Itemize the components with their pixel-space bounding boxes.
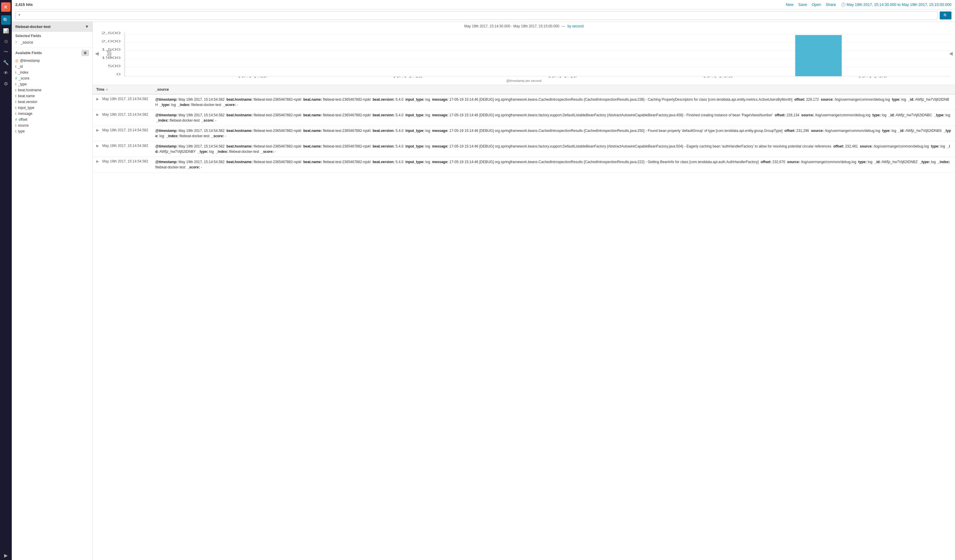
time-value: May 19th 2017, 15:14:54.582 — [102, 97, 148, 101]
fields-gear-button[interactable]: ⚙ — [81, 50, 89, 56]
source-val: log — [426, 144, 430, 149]
table-row: ▶ May 19th 2017, 15:14:54.582 @timestamp… — [93, 141, 955, 157]
source-key: beat.version: — [373, 129, 395, 133]
avail-field-input-type[interactable]: t input_type — [15, 105, 89, 111]
avail-field-offset[interactable]: # offset — [15, 117, 89, 122]
app-logo[interactable]: K — [1, 2, 11, 12]
top-actions: New Save Open Share 🕐 May 19th 2017, 15:… — [786, 2, 952, 7]
expand-button[interactable]: ▶ — [96, 113, 99, 117]
source-key: @timestamp: — [155, 144, 177, 149]
avail-field-beat-name[interactable]: t beat.name — [15, 93, 89, 99]
source-key: beat.version: — [373, 144, 395, 149]
col-time-header[interactable]: Time ▼ — [93, 85, 152, 94]
field-label: _id — [18, 64, 23, 69]
field-type-t-icon: t — [15, 124, 16, 127]
expand-button[interactable]: ▶ — [96, 97, 99, 101]
main-content: ◀ May 19th 2017, 15:14:30.000 - May 19th… — [93, 22, 955, 560]
source-val: filebeat-docker-test — [229, 150, 259, 154]
avail-field-type[interactable]: t _type — [15, 81, 89, 87]
nav-tools[interactable]: 🔧 — [1, 58, 11, 67]
avail-field-message[interactable]: t message — [15, 111, 89, 117]
open-button[interactable]: Open — [812, 2, 821, 7]
source-key: _score: — [211, 134, 224, 138]
row-source: @timestamp: May 19th 2017, 15:14:54.582 … — [155, 128, 952, 139]
field-type-t-icon: t — [15, 130, 16, 133]
source-key: _id: — [888, 113, 895, 117]
nav-dashboard[interactable]: ⊙ — [1, 36, 11, 46]
source-key: _index: — [178, 103, 190, 107]
clock-icon: 🕐 — [841, 2, 845, 7]
source-cell: @timestamp: May 19th 2017, 15:14:54.582 … — [152, 141, 955, 157]
nav-play[interactable]: ▶ — [1, 551, 11, 560]
sidebar-chevron-icon[interactable]: ▼ — [85, 24, 89, 29]
table-header: Time ▼ _source — [93, 85, 955, 94]
source-key: beat.hostname: — [226, 113, 253, 117]
source-val: filebeat-test-2365467882-rqskl — [323, 97, 371, 102]
field-type-t-icon: t — [15, 106, 16, 109]
expand-button[interactable]: ▶ — [96, 144, 99, 148]
avail-field-timestamp[interactable]: @ @timestamp — [15, 58, 89, 64]
expand-button[interactable]: ▶ — [96, 128, 99, 132]
avail-field-score[interactable]: # _score — [15, 75, 89, 81]
chart-svg: 2,500 2,000 1,500 1,000 500 0 — [97, 31, 950, 78]
field-label: _score — [19, 76, 30, 80]
results-area: Time ▼ _source ▶ May 19th 2017, 15:14:54… — [93, 85, 955, 560]
avail-field-id[interactable]: t _id — [15, 64, 89, 69]
by-second-link[interactable]: by second — [568, 24, 584, 28]
field-label: _index — [18, 70, 28, 75]
source-key: _index: — [156, 118, 169, 122]
source-val: filebeat-docker-test — [191, 103, 221, 107]
time-range[interactable]: 🕐 May 19th 2017, 15:14:30.000 to May 19t… — [841, 2, 952, 7]
source-val: 5.4.0 — [396, 113, 404, 117]
avail-field-index[interactable]: t _index — [15, 69, 89, 75]
row-source: @timestamp: May 19th 2017, 15:14:54.582 … — [155, 144, 952, 154]
nav-discover[interactable]: 🔍 — [1, 15, 11, 25]
available-fields-header: Available Fields ⚙ — [15, 50, 89, 56]
svg-text:15:14:35: 15:14:35 — [237, 77, 267, 78]
field-type-t-icon: t — [15, 71, 16, 74]
source-key: _score: — [261, 150, 274, 154]
new-button[interactable]: New — [786, 2, 794, 7]
source-val: log — [426, 129, 430, 133]
avail-field-type-field[interactable]: t type — [15, 128, 89, 134]
avail-field-beat-hostname[interactable]: t beat.hostname — [15, 87, 89, 93]
time-cell: ▶ May 19th 2017, 15:14:54.582 — [93, 110, 152, 126]
avail-field-beat-version[interactable]: t beat.version — [15, 99, 89, 105]
field-type-hash-icon: # — [15, 118, 17, 121]
source-val: 232,481 — [845, 144, 858, 149]
source-key: input_type: — [405, 113, 424, 117]
chart-bar[interactable] — [795, 35, 842, 76]
field-type-t-icon: t — [15, 65, 16, 68]
search-button[interactable]: 🔍 — [940, 11, 952, 19]
nav-timelion[interactable]: 〜 — [1, 47, 11, 56]
source-val: /log/usermange/common/debug.log — [825, 129, 880, 133]
source-key: _id: — [898, 129, 904, 133]
index-title[interactable]: filebeat-docker-test — [15, 24, 51, 29]
source-key: @timestamp: — [155, 129, 177, 133]
save-button[interactable]: Save — [798, 2, 807, 7]
expand-button[interactable]: ▶ — [96, 159, 99, 163]
nav-visualize[interactable]: 📊 — [1, 26, 11, 35]
share-button[interactable]: Share — [826, 2, 836, 7]
field-name: _source — [20, 40, 33, 44]
field-type-t-icon: t — [15, 83, 16, 86]
source-val: AWfjz_hw7Vtj62tDNBS — [905, 129, 942, 133]
source-key: type: — [872, 113, 881, 117]
table-row: ▶ May 19th 2017, 15:14:54.582 @timestamp… — [93, 110, 955, 126]
source-key: source: — [860, 144, 872, 149]
avail-field-source[interactable]: t source — [15, 122, 89, 128]
search-input[interactable] — [15, 11, 937, 20]
nav-settings[interactable]: ⚙ — [1, 79, 11, 88]
source-val: 17-05-19 15:14:46 [DEBUG] org.springfram… — [449, 129, 783, 133]
source-key: offset: — [794, 97, 805, 102]
source-key: input_type: — [405, 160, 424, 164]
field-label: beat.name — [18, 94, 35, 98]
source-key: @timestamp: — [155, 160, 177, 164]
nav-monitoring[interactable]: 👁 — [1, 68, 11, 78]
source-val: filebeat-docker-test — [180, 134, 210, 138]
source-val: log — [891, 129, 896, 133]
field-type-t-icon: t — [15, 112, 16, 116]
sidebar-header: filebeat-docker-test ▼ — [12, 22, 92, 31]
source-val: log — [426, 160, 430, 164]
selected-field-source[interactable]: ? _source — [15, 40, 89, 45]
